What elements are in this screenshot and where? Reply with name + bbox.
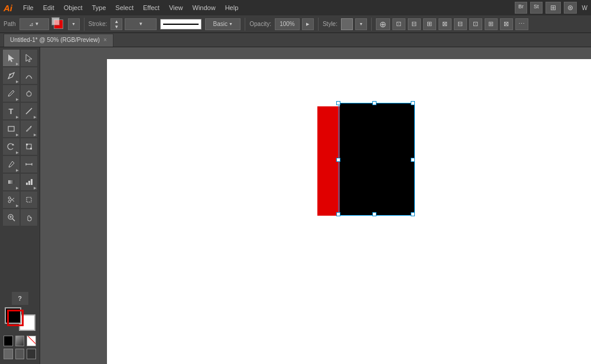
main-layout: ▶ ▶ ▶ T ▶ [0,47,591,364]
none-fill-icon[interactable] [27,336,36,346]
align-button-7[interactable]: ⊞ [485,18,498,30]
handle-tr[interactable] [411,101,415,105]
align-button-8[interactable]: ⊠ [500,18,513,30]
stock-button[interactable]: St [530,2,543,14]
opacity-input[interactable] [275,18,300,30]
close-tab-button[interactable]: × [103,34,107,47]
handle-bc[interactable] [372,212,376,216]
hand-tool[interactable] [21,209,37,226]
zoom-tool[interactable] [3,209,20,226]
menu-window[interactable]: Window [188,0,220,15]
tool-row-2: ▶ [1,67,38,84]
tool-row-8: ▶ ▶ [1,174,38,190]
menu-effect[interactable]: Effect [138,0,164,15]
tool-row-4: T ▶ ▶ [1,103,38,119]
align-button-5[interactable]: ⊟ [454,18,467,30]
line-subarrow: ▶ [34,115,37,119]
path-options-button[interactable]: ⊿ ▼ [20,18,49,30]
stroke-dropdown[interactable]: ▼ [125,18,157,30]
artboard-tool[interactable] [21,191,37,208]
separator-2 [245,18,245,31]
handle-bl[interactable] [336,212,340,216]
tool-row-9: ▶ [1,191,38,208]
screen-mode-3[interactable] [27,349,36,359]
select-tool[interactable]: ▶ [3,50,20,66]
stroke-color-swatch[interactable] [51,17,66,31]
align-button-6[interactable]: ⊡ [469,18,482,30]
opacity-arrow-icon: ▶ [306,22,309,27]
separator-4 [371,18,372,31]
style-dropdown[interactable]: ▼ [355,18,367,30]
gradient-fill-icon[interactable] [15,336,25,346]
bridge-button[interactable]: Br [515,2,527,14]
gradient-tool[interactable]: ▶ [3,174,20,190]
direct-select-tool[interactable] [21,50,37,66]
svg-rect-15 [28,181,30,185]
style-arrow-icon: ▼ [359,22,363,26]
style-swatch[interactable] [341,18,353,30]
menu-type[interactable]: Type [87,0,111,15]
svg-rect-8 [26,144,28,145]
color-mode-icons [4,336,36,346]
align-button-2[interactable]: ⊟ [408,18,421,30]
align-button-4[interactable]: ⊠ [439,18,452,30]
canvas-area[interactable] [40,47,591,364]
curvature-tool[interactable] [21,67,37,84]
tool-row-10 [1,209,38,226]
stroke-color-dropdown[interactable]: ▼ [68,18,80,30]
path-dropdown-arrow: ▼ [35,21,40,27]
stroke-style-arrow-icon: ▼ [229,22,233,26]
menu-select[interactable]: Select [111,0,138,15]
rectangle-tool[interactable]: ▶ [3,121,20,137]
question-tool[interactable]: ? [12,292,28,305]
handle-tl[interactable] [336,101,340,105]
window-label: W [582,5,587,11]
workspace-icon[interactable]: ⊞ [545,2,561,14]
basic-label: Basic [213,21,228,27]
handle-ml[interactable] [336,158,340,162]
menu-edit[interactable]: Edit [38,0,59,15]
scissors-tool[interactable]: ▶ [3,191,20,208]
menu-view[interactable]: View [164,0,188,15]
align-icon-7: ⊞ [488,20,493,28]
handle-mr[interactable] [411,158,415,162]
handle-tc[interactable] [372,101,376,105]
document-title: Untitled-1* @ 50% (RGB/Preview) [10,34,100,47]
screen-mode-1[interactable] [4,349,13,359]
stroke-style-dropdown[interactable]: Basic ▼ [205,18,241,30]
type-tool[interactable]: T ▶ [3,103,20,119]
stroke-line [163,24,199,25]
align-button-3[interactable]: ⊞ [423,18,436,30]
measure-tool[interactable] [21,156,37,173]
globe-button[interactable]: ⊕ [376,18,390,30]
rotate-tool[interactable]: ▶ [3,138,20,155]
handle-br[interactable] [411,212,415,216]
screen-mode-2[interactable] [15,349,25,359]
artwork-group[interactable] [317,103,415,219]
screen-mode-icons [4,349,36,359]
menu-help[interactable]: Help [220,0,243,15]
tool-row-3: ▶ [1,85,38,102]
paintbrush-tool[interactable]: ▶ [21,121,37,137]
document-tab[interactable]: Untitled-1* @ 50% (RGB/Preview) × [4,34,113,47]
stroke-width-up[interactable]: ▲ ▼ [111,18,122,30]
broadcast-icon[interactable]: ⊛ [564,2,577,14]
svg-point-2 [9,74,11,76]
transform-tool[interactable] [21,138,37,155]
pen-tool[interactable]: ▶ [3,67,20,84]
menu-object[interactable]: Object [59,0,87,15]
blob-brush-tool[interactable] [21,85,37,102]
normal-mode-icon[interactable] [4,336,13,346]
more-options-button[interactable]: ⋯ [515,18,528,30]
align-button-1[interactable]: ⊡ [392,18,405,30]
down-arrow-icon: ▼ [114,24,119,30]
pencil-tool[interactable]: ▶ [3,85,20,102]
stroke-color-box[interactable] [7,310,24,326]
black-rectangle[interactable] [340,103,415,216]
artboard [107,59,591,364]
opacity-expand[interactable]: ▶ [302,18,314,30]
eyedropper-tool[interactable]: ▶ [3,156,20,173]
graph-tool[interactable]: ▶ [21,174,37,190]
line-tool[interactable]: ▶ [21,103,37,119]
menu-file[interactable]: File [18,0,38,15]
